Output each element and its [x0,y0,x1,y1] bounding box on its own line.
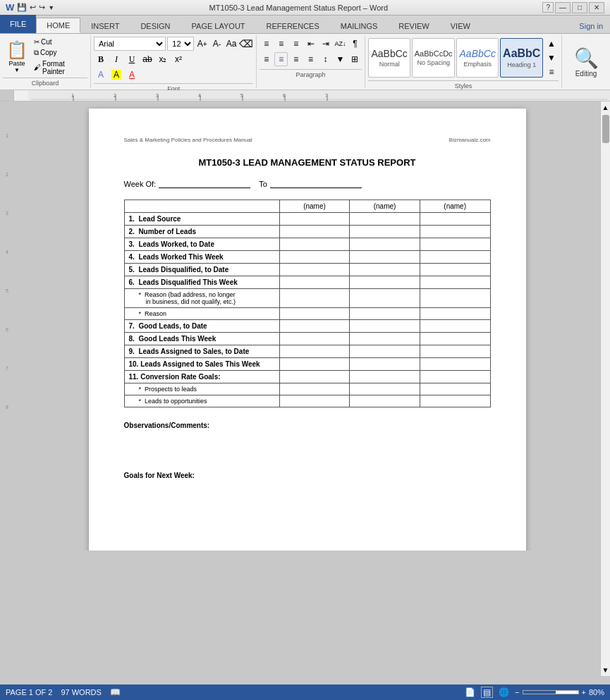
table-cell-data[interactable] [279,383,350,395]
clear-format-button[interactable]: ⌫ [239,37,253,51]
paste-button[interactable]: 📋 Paste ▼ [3,37,31,76]
table-cell-data[interactable] [350,320,420,333]
close-btn[interactable]: ✕ [589,2,604,13]
table-cell-data[interactable] [350,264,420,276]
table-cell-data[interactable] [350,289,420,308]
borders-button[interactable]: ⊞ [348,52,362,66]
copy-button[interactable]: ⧉Copy [32,48,87,58]
subscript-button[interactable]: x₂ [156,52,170,66]
minimize-btn[interactable]: — [555,2,571,13]
styles-scroll-up[interactable]: ▲ [544,37,559,51]
table-cell-data[interactable] [279,320,350,333]
bullets-button[interactable]: ≡ [260,37,273,51]
strikethrough-button[interactable]: ab [140,52,154,66]
tab-design[interactable]: DESIGN [130,18,181,33]
font-size-select[interactable]: 12 [167,37,194,51]
table-cell-data[interactable] [279,238,350,251]
text-effects-button[interactable]: A [94,68,108,82]
line-spacing-button[interactable]: ↕ [319,52,332,66]
tab-home[interactable]: HOME [36,18,80,33]
italic-button[interactable]: I [109,52,123,66]
table-cell-data[interactable] [350,333,420,345]
superscript-button[interactable]: x² [171,52,185,66]
proofing-icon[interactable]: 📖 [110,687,121,697]
table-cell-data[interactable] [279,264,350,276]
style-no-spacing[interactable]: AaBbCcDc No Spacing [412,38,455,78]
styles-expand[interactable]: ≡ [544,65,559,79]
align-center-button[interactable]: ≡ [274,52,288,66]
table-cell-data[interactable] [350,308,420,320]
change-case-button[interactable]: Aa [225,37,238,51]
table-cell-data[interactable] [279,308,350,320]
table-cell-data[interactable] [350,251,420,264]
font-shrink-button[interactable]: A- [210,37,224,51]
font-color-button[interactable]: A [125,68,139,82]
quick-save[interactable]: 💾 [17,3,27,12]
tab-pagelayout[interactable]: PAGE LAYOUT [181,18,256,33]
table-cell-data[interactable] [350,371,420,383]
table-cell-data[interactable] [420,226,490,238]
zoom-slider[interactable] [523,690,579,694]
table-cell-data[interactable] [420,308,490,320]
maximize-btn[interactable]: □ [572,2,587,13]
table-cell-data[interactable] [350,395,420,407]
table-cell-data[interactable] [279,358,350,371]
tab-view[interactable]: VIEW [440,18,481,33]
table-cell-data[interactable] [420,276,490,289]
table-cell-data[interactable] [350,226,420,238]
table-cell-data[interactable] [420,333,490,345]
table-cell-data[interactable] [420,320,490,333]
table-cell-data[interactable] [420,213,490,226]
help-btn[interactable]: ? [542,2,554,13]
table-cell-data[interactable] [420,395,490,407]
document-page[interactable]: Sales & Marketing Policies and Procedure… [89,109,526,551]
table-cell-data[interactable] [279,213,350,226]
bold-button[interactable]: B [94,52,108,66]
table-cell-data[interactable] [420,264,490,276]
align-right-button[interactable]: ≡ [289,52,303,66]
tab-insert[interactable]: INSERT [80,18,130,33]
font-name-select[interactable]: Arial [94,37,166,51]
web-layout-icon[interactable]: 🌐 [499,687,509,697]
style-heading1[interactable]: AaBbC Heading 1 [500,38,543,78]
style-normal[interactable]: AaBbCc Normal [368,38,411,78]
tab-file[interactable]: FILE [0,15,36,33]
editing-button[interactable]: 🔍 Editing [568,39,604,85]
style-emphasis[interactable]: AaBbCc Emphasis [456,38,499,78]
vertical-scrollbar[interactable]: ▲ ▼ [600,102,610,676]
table-cell-data[interactable] [420,358,490,371]
zoom-out-btn[interactable]: − [515,688,519,696]
format-painter-button[interactable]: 🖌Format Painter [32,59,87,76]
table-cell-data[interactable] [279,251,350,264]
table-cell-data[interactable] [279,226,350,238]
table-cell-data[interactable] [279,371,350,383]
scroll-up-btn[interactable]: ▲ [600,102,610,113]
table-cell-data[interactable] [420,345,490,358]
sign-in-btn[interactable]: Sign in [572,19,610,33]
scroll-thumb[interactable] [602,115,609,143]
table-cell-data[interactable] [279,395,350,407]
decrease-indent-button[interactable]: ⇤ [304,37,317,51]
print-layout-icon[interactable]: ▤ [481,687,493,698]
styles-scroll-down[interactable]: ▼ [544,51,559,65]
underline-button[interactable]: U [125,52,139,66]
cut-button[interactable]: ✂Cut [32,37,87,47]
table-cell-data[interactable] [350,345,420,358]
sort-button[interactable]: AZ↓ [334,37,347,51]
table-cell-data[interactable] [420,289,490,308]
numbering-button[interactable]: ≡ [274,37,288,51]
tab-mailings[interactable]: MAILINGS [330,18,389,33]
increase-indent-button[interactable]: ⇥ [319,37,332,51]
table-cell-data[interactable] [420,383,490,395]
customize-btn[interactable]: ▼ [48,4,54,11]
table-cell-data[interactable] [350,213,420,226]
table-cell-data[interactable] [350,383,420,395]
tab-references[interactable]: REFERENCES [256,18,330,33]
table-cell-data[interactable] [420,238,490,251]
zoom-in-btn[interactable]: + [582,688,586,696]
table-cell-data[interactable] [350,238,420,251]
table-cell-data[interactable] [420,371,490,383]
zoom-control[interactable]: − + 80% [515,688,604,696]
table-cell-data[interactable] [350,358,420,371]
undo-btn[interactable]: ↩ [30,3,36,12]
